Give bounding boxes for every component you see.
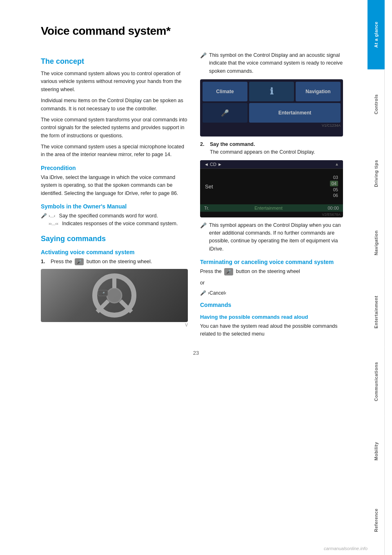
cd-time: 00:00 [327, 206, 339, 210]
step-1-num: 1. [41, 258, 47, 266]
track-03: 03 [333, 175, 338, 180]
concept-title: The concept [41, 57, 188, 66]
nav-cell-info: ℹ [249, 82, 294, 101]
sidebar-tab-communications[interactable]: Communications [368, 347, 385, 416]
concept-para-2: Individual menu items on the Control Dis… [41, 97, 188, 113]
track-06: 06 [333, 193, 338, 198]
watermark: carmanualsonline.info [324, 546, 368, 551]
step-1-text: Press the 🎤 button on the steering wheel… [51, 258, 152, 266]
cancel-command: ›Cancel‹ [208, 290, 226, 296]
concept-para-4: The voice command system uses a special … [41, 143, 188, 159]
cancel-line: 🎤 ›Cancel‹ [200, 290, 343, 296]
nav-cell-entertainment: Entertainment [249, 103, 341, 123]
nav-display-image: Climate ℹ Navigation 🎤 Entertainment V1/… [200, 79, 343, 137]
having-read-aloud-title: Having the possible commands read aloud [200, 314, 343, 320]
precondition-text: Via iDrive, select the language in which… [41, 174, 188, 197]
cd-header-left: ◄ CD ► [204, 162, 222, 167]
activating-title: Activating voice command system [41, 249, 188, 255]
sidebar-tab-navigation[interactable]: Navigation [368, 208, 385, 278]
nav-cell-navigation: Navigation [296, 82, 341, 101]
right-symbol-text2: This symbol appears on the Control Displ… [209, 222, 343, 253]
sidebar-tab-entertainment[interactable]: Entertainment [368, 278, 385, 347]
terminating-button-icon: 🎤 [224, 268, 233, 275]
cd-track-label: Tr. [204, 206, 209, 210]
cd-image-ref: V2/E5678A [200, 212, 343, 217]
symbol-say: ›...‹ [49, 213, 57, 218]
symbols-title: Symbols in the Owner's Manual [41, 203, 188, 210]
steering-button-icon: 🎤 [75, 258, 84, 265]
symbol-response-text: Indicates responses of the voice command… [62, 221, 178, 226]
steering-wheel-image: 🎤 [41, 269, 188, 322]
step-2-num: 2. [200, 141, 207, 148]
mic-symbol-right: 🎤 [200, 52, 207, 58]
having-read-aloud-text: You can have the system read aloud the p… [200, 322, 343, 338]
cd-tracks: 03 04 05 06 [330, 175, 338, 198]
track-05: 05 [333, 187, 338, 192]
main-content: Voice command system* The concept The vo… [0, 0, 368, 555]
cd-set-label: Set [205, 184, 213, 190]
page-number: 23 [41, 350, 351, 356]
cd-display-image: ◄ CD ► ▲ Set 03 04 05 06 Tr. Entertainme… [200, 160, 343, 217]
symbol-response: ››...‹‹ [49, 221, 60, 226]
cd-body: Set 03 04 05 06 [200, 169, 343, 204]
svg-point-1 [107, 288, 122, 303]
sidebar-tab-reference[interactable]: Reference [368, 486, 385, 555]
page-title: Voice command system* [41, 25, 351, 38]
mic-symbol-right2: 🎤 [200, 222, 207, 228]
commands-title: Commands [200, 302, 343, 308]
right-sidebar: At a glance Controls Driving tips Naviga… [368, 0, 385, 555]
nav-image-ref: V1/C1234A [203, 123, 341, 128]
terminating-title: Terminating or canceling voice command s… [200, 259, 343, 265]
terminating-text: Press the 🎤 button on the steering wheel [200, 268, 343, 275]
cd-header: ◄ CD ► ▲ [200, 160, 343, 169]
right-column: 🎤 This symbol on the Control Display and… [200, 50, 343, 342]
right-symbol-text: This symbol on the Control Display and a… [209, 51, 343, 75]
concept-para-3: The voice command system transforms your… [41, 116, 188, 140]
mic-cancel-icon: 🎤 [200, 290, 206, 296]
saying-commands-title: Saying commands [41, 235, 188, 243]
precondition-title: Precondition [41, 165, 188, 171]
symbol-say-text: Say the specified commands word for word… [59, 213, 158, 219]
svg-text:🎤: 🎤 [101, 291, 105, 295]
steering-wheel-svg: 🎤 [74, 273, 155, 318]
cd-footer-ent: Entertainment [254, 206, 282, 210]
step-2-text: Say the command. [210, 141, 255, 147]
sidebar-tab-mobility[interactable]: Mobility [368, 416, 385, 486]
step-2-detail: The command appears on the Control Displ… [210, 149, 315, 155]
sidebar-tab-at-a-glance[interactable]: At a glance [368, 0, 385, 69]
nav-cell-mic-icon: 🎤 [203, 103, 247, 123]
nav-cell-climate: Climate [203, 82, 247, 101]
cd-footer: Tr. Entertainment 00:00 [200, 204, 343, 212]
track-04: 04 [330, 181, 338, 186]
left-column: The concept The voice command system all… [41, 50, 188, 342]
sidebar-tab-driving-tips[interactable]: Driving tips [368, 139, 385, 208]
cd-header-arrow: ▲ [335, 162, 339, 166]
sidebar-tab-controls[interactable]: Controls [368, 69, 385, 139]
terminating-or: or [200, 279, 343, 287]
concept-para-1: The voice command system allows you to c… [41, 70, 188, 94]
step-1-row: 1. Press the 🎤 button on the steering wh… [41, 258, 188, 266]
mic-icon: 🎤 [41, 212, 47, 219]
symbol-row-1: 🎤 ›...‹ Say the specified commands word … [41, 212, 188, 228]
step-2-row: 2. Say the command. The command appears … [200, 141, 343, 156]
steering-img-caption: V [41, 323, 188, 327]
